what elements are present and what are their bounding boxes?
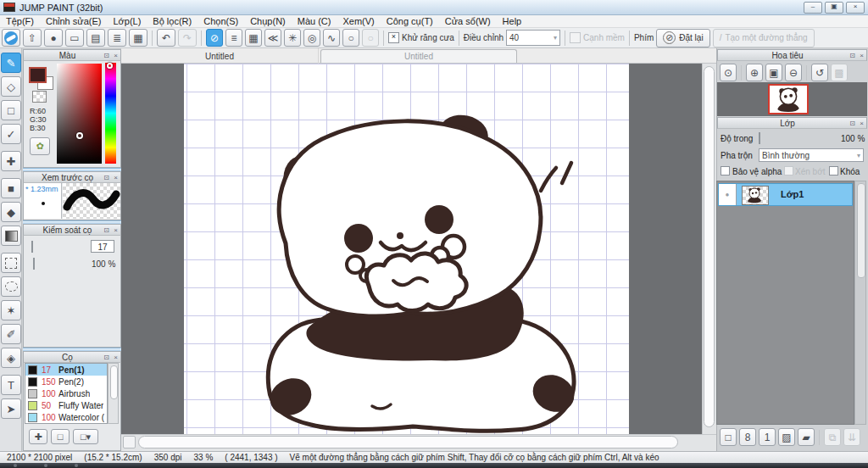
zoom-out-button[interactable]: ⊖ xyxy=(785,64,802,81)
parallel-ruler-button[interactable]: ≡ xyxy=(225,29,242,47)
layer-opacity-slider[interactable] xyxy=(759,132,760,144)
foreground-color-swatch[interactable] xyxy=(29,67,47,83)
grid-ruler-button[interactable]: ▦ xyxy=(245,29,262,47)
layer-visibility-toggle[interactable]: ● xyxy=(719,184,737,205)
layer-list-scrollbar[interactable] xyxy=(854,181,866,425)
lasso-select-tool[interactable] xyxy=(1,276,21,297)
clip-checkbox[interactable] xyxy=(784,166,793,176)
menu-color[interactable]: Màu (C) xyxy=(292,15,337,28)
brush-list-scrollbar[interactable] xyxy=(108,363,119,424)
magic-wand-tool[interactable]: ✶ xyxy=(1,300,21,320)
popout-icon[interactable]: ⊡ xyxy=(102,354,111,361)
text-tool[interactable]: T xyxy=(1,375,21,395)
lock-checkbox[interactable] xyxy=(829,166,838,176)
brush-opacity-slider[interactable] xyxy=(33,258,35,270)
fill-rect-tool[interactable]: ■ xyxy=(1,178,21,198)
page-list-button[interactable]: ≣ xyxy=(108,29,126,47)
brush-row-fluffy-water[interactable]: 50Fluffy Water xyxy=(25,399,107,411)
reset-button[interactable]: ⊘ Đặt lại xyxy=(656,29,709,47)
menu-help[interactable]: Help xyxy=(497,15,528,28)
select-eraser-tool[interactable]: ◈ xyxy=(1,348,21,368)
reset-rotation-button[interactable]: ↺ xyxy=(811,64,828,81)
circle-ruler-button[interactable]: ○ xyxy=(362,29,379,47)
menu-file[interactable]: Tệp(F) xyxy=(0,15,40,28)
close-icon[interactable]: × xyxy=(857,52,866,59)
duplicate-layer-button[interactable]: ⧉ xyxy=(824,428,841,446)
close-icon[interactable]: × xyxy=(111,226,120,234)
restore-button[interactable]: ▣ xyxy=(825,2,843,14)
transparent-color-swatch[interactable] xyxy=(32,91,47,103)
brush-size-value[interactable]: 17 xyxy=(91,240,114,253)
antialias-checkbox[interactable]: × xyxy=(388,32,399,43)
add-brush-button[interactable]: ✚ xyxy=(29,429,47,444)
rect-select-tool[interactable] xyxy=(1,253,21,273)
protect-alpha-checkbox[interactable] xyxy=(721,166,730,176)
tab-untitled-active[interactable]: Untitled xyxy=(121,48,319,64)
scrollbar-button[interactable] xyxy=(123,436,136,448)
zoom-actual-button[interactable]: ⊙ xyxy=(720,64,737,81)
undo-button[interactable]: ↶ xyxy=(157,29,175,47)
eraser-tool[interactable]: ◇ xyxy=(1,76,21,97)
palette-button[interactable]: ✿ xyxy=(30,137,50,155)
new-folder-button[interactable]: ▰ xyxy=(798,428,815,446)
brush-row-pen1[interactable]: 17Pen(1) xyxy=(25,364,107,376)
layer-row-lop1[interactable]: ● Lớp1 xyxy=(718,183,853,206)
menu-edit[interactable]: Chỉnh sửa(E) xyxy=(40,15,107,28)
new-1bit-layer-button[interactable]: 1 xyxy=(759,428,776,446)
paint-logo-button[interactable] xyxy=(2,29,20,47)
menu-filter[interactable]: Bộ lọc(R) xyxy=(147,15,198,28)
publish-button[interactable]: ⇧ xyxy=(23,29,42,47)
close-button[interactable]: × xyxy=(846,2,865,14)
close-icon[interactable]: × xyxy=(111,174,120,181)
horizontal-scrollbar-thumb[interactable] xyxy=(138,436,678,448)
brush-row-pen2[interactable]: 150Pen(2) xyxy=(25,376,107,387)
select-pen-tool[interactable]: ✐ xyxy=(1,324,21,344)
menu-select[interactable]: Chọn(S) xyxy=(198,15,244,28)
new-layer-button[interactable]: □ xyxy=(720,428,737,446)
brush-row-watercolor[interactable]: 100Watercolor ( xyxy=(25,411,107,423)
brush-row-airbrush[interactable]: 100Airbrush xyxy=(25,387,107,399)
close-icon[interactable]: × xyxy=(111,354,120,361)
soft-edge-checkbox[interactable] xyxy=(570,32,581,43)
canvas-page[interactable] xyxy=(184,64,629,434)
shape-tool[interactable]: □ xyxy=(1,100,21,120)
gradient-tool[interactable] xyxy=(1,226,21,246)
close-icon[interactable]: × xyxy=(111,52,120,59)
document-button[interactable]: ▤ xyxy=(86,29,105,47)
comment-bubble-button[interactable]: ● xyxy=(44,29,63,47)
new-brush-button[interactable]: □ xyxy=(51,429,70,444)
menu-layer[interactable]: Lớp(L) xyxy=(107,15,147,28)
blend-mode-select[interactable]: Bình thường ▾ xyxy=(759,148,864,162)
merge-layer-button[interactable]: ⇊ xyxy=(843,428,860,446)
move-tool[interactable]: ✚ xyxy=(1,151,21,171)
concentric-ruler-button[interactable]: ◎ xyxy=(303,29,320,47)
menu-window[interactable]: Cửa sổ(W) xyxy=(439,15,497,28)
redo-button[interactable]: ↷ xyxy=(178,29,197,47)
popout-icon[interactable]: ⊡ xyxy=(102,52,111,59)
menu-tools[interactable]: Công cụ(T) xyxy=(381,15,439,28)
polyline-tool[interactable]: ✓ xyxy=(1,124,21,144)
close-icon[interactable]: × xyxy=(857,120,866,127)
navigator-thumbnail[interactable] xyxy=(768,84,809,114)
zoom-in-button[interactable]: ⊕ xyxy=(746,64,763,81)
fit-window-button[interactable]: ▣ xyxy=(765,64,782,81)
shape-select-tool[interactable]: ➤ xyxy=(1,398,21,419)
comment-box-button[interactable]: ▭ xyxy=(65,29,84,47)
brush-tool[interactable]: ✎ xyxy=(1,53,21,73)
ellipse-ruler-button[interactable]: ○ xyxy=(342,29,359,47)
canvas-viewport[interactable] xyxy=(121,64,716,434)
bucket-tool[interactable]: ◆ xyxy=(1,202,21,222)
curve-ruler-button[interactable]: ∿ xyxy=(323,29,340,47)
minimize-button[interactable]: – xyxy=(804,2,822,14)
layout-edit-button[interactable]: ▦ xyxy=(129,29,147,47)
crop-view-button[interactable]: ▩ xyxy=(831,64,848,81)
menu-capture[interactable]: Chụp(N) xyxy=(244,15,292,28)
popout-icon[interactable]: ⊡ xyxy=(848,120,857,127)
adjust-combo[interactable]: 40 ▾ xyxy=(506,30,560,46)
menu-view[interactable]: Xem(V) xyxy=(337,15,380,28)
brush-menu-button[interactable]: □▾ xyxy=(73,429,98,444)
saturation-value-box[interactable] xyxy=(57,64,102,164)
navigator-preview-area[interactable] xyxy=(717,82,867,116)
popout-icon[interactable]: ⊡ xyxy=(848,52,857,59)
radial-ruler-button[interactable]: ✳ xyxy=(284,29,301,47)
